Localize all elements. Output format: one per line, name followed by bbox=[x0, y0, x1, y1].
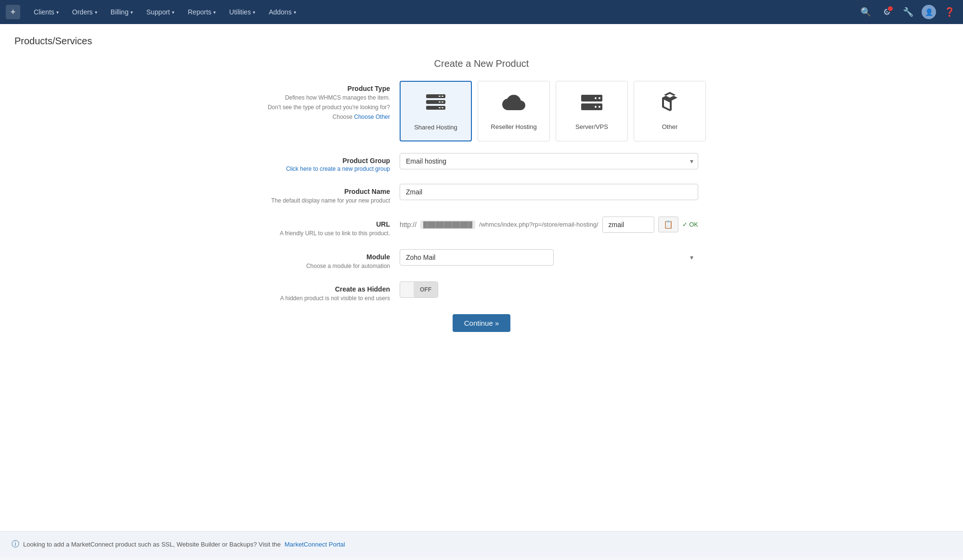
svg-rect-2 bbox=[439, 96, 441, 97]
nav-item-reports[interactable]: Reports▾ bbox=[182, 5, 221, 19]
module-select-arrow: ▾ bbox=[690, 254, 693, 261]
toggle-thumb: OFF bbox=[414, 282, 438, 297]
product-group-label-col: Product Group Click here to create a new… bbox=[265, 153, 400, 172]
shared-hosting-icon bbox=[408, 91, 463, 119]
url-middle: /whmcs/index.php?rp=/store/email-hosting… bbox=[479, 221, 598, 228]
create-hidden-label-col: Create as Hidden A hidden product is not… bbox=[265, 281, 400, 303]
product-type-shared[interactable]: Shared Hosting bbox=[400, 81, 472, 141]
nav-right: 🔍 ⚙ 🔧 👤 ❓ bbox=[858, 4, 957, 20]
create-hidden-toggle[interactable]: OFF bbox=[400, 281, 438, 298]
info-icon: ⓘ bbox=[12, 539, 19, 549]
avatar[interactable]: 👤 bbox=[922, 5, 936, 19]
toggle-wrapper: OFF bbox=[400, 281, 698, 298]
url-label: URL bbox=[265, 220, 390, 228]
server-vps-label: Server/VPS bbox=[564, 123, 620, 130]
product-type-sub2: Don't see the type of product you're loo… bbox=[265, 103, 390, 112]
svg-rect-4 bbox=[442, 102, 443, 102]
product-type-row: Product Type Defines how WHMCS manages t… bbox=[265, 81, 698, 141]
reseller-hosting-label: Reseller Hosting bbox=[486, 123, 542, 130]
url-status: ✓ OK bbox=[682, 221, 698, 228]
add-button[interactable]: + bbox=[6, 5, 20, 19]
product-name-sub: The default display name for your new pr… bbox=[265, 197, 390, 205]
product-group-select[interactable]: Email hosting Web Hosting Reseller Hosti… bbox=[400, 153, 698, 169]
product-name-label: Product Name bbox=[265, 188, 390, 195]
module-select[interactable]: Zoho Mail None cPanel Plesk DirectAdmin bbox=[400, 249, 554, 266]
svg-rect-1 bbox=[442, 96, 443, 97]
product-group-select-wrapper: Email hosting Web Hosting Reseller Hosti… bbox=[400, 153, 698, 169]
server-vps-icon bbox=[564, 91, 620, 118]
product-group-control: Email hosting Web Hosting Reseller Hosti… bbox=[400, 153, 698, 169]
continue-row: Continue » bbox=[265, 314, 698, 332]
product-name-input[interactable]: Zmail bbox=[400, 184, 698, 200]
nav-item-support[interactable]: Support▾ bbox=[141, 5, 180, 19]
svg-rect-5 bbox=[439, 102, 441, 102]
product-type-server[interactable]: Server/VPS bbox=[556, 81, 628, 141]
svg-rect-14 bbox=[595, 106, 597, 108]
create-product-group-link[interactable]: Click here to create a new product group bbox=[286, 165, 390, 172]
nav-item-addons[interactable]: Addons▾ bbox=[263, 5, 301, 19]
url-slug-input[interactable]: zmail bbox=[602, 216, 654, 233]
nav-items: Clients▾ Orders▾ Billing▾ Support▾ Repor… bbox=[28, 5, 858, 19]
product-type-cards: Shared Hosting Reseller Hosting bbox=[400, 81, 706, 141]
product-type-other-link[interactable]: Choose Other bbox=[354, 114, 390, 120]
product-name-label-col: Product Name The default display name fo… bbox=[265, 184, 400, 205]
svg-rect-8 bbox=[439, 107, 441, 108]
nav-item-clients[interactable]: Clients▾ bbox=[28, 5, 65, 19]
page-content: Products/Services Create a New Product P… bbox=[0, 24, 963, 531]
url-row: URL A friendly URL to use to link to thi… bbox=[265, 216, 698, 238]
product-type-other[interactable]: Other bbox=[634, 81, 706, 141]
url-domain: ████████████ bbox=[420, 220, 475, 229]
nav-item-orders[interactable]: Orders▾ bbox=[66, 5, 103, 19]
shared-hosting-label: Shared Hosting bbox=[408, 124, 463, 131]
footer-text: Looking to add a MarketConnect product s… bbox=[23, 541, 281, 548]
module-row: Module Choose a module for automation Zo… bbox=[265, 249, 698, 270]
module-sub: Choose a module for automation bbox=[265, 262, 390, 270]
svg-rect-13 bbox=[595, 97, 597, 99]
reseller-hosting-icon bbox=[486, 91, 542, 118]
create-hidden-row: Create as Hidden A hidden product is not… bbox=[265, 281, 698, 303]
other-icon bbox=[642, 91, 698, 118]
page-title: Products/Services bbox=[14, 36, 949, 47]
navbar: + Clients▾ Orders▾ Billing▾ Support▾ Rep… bbox=[0, 0, 963, 24]
svg-rect-7 bbox=[442, 107, 443, 108]
notifications-icon[interactable]: ⚙ bbox=[879, 4, 895, 20]
product-type-label: Product Type bbox=[265, 85, 390, 92]
product-type-reseller[interactable]: Reseller Hosting bbox=[478, 81, 550, 141]
footer-bar: ⓘ Looking to add a MarketConnect product… bbox=[0, 531, 963, 557]
form-header: Create a New Product bbox=[265, 58, 698, 69]
svg-rect-12 bbox=[599, 106, 600, 108]
url-control: http:// ████████████ /whmcs/index.php?rp… bbox=[400, 216, 698, 233]
module-label: Module bbox=[265, 253, 390, 261]
url-copy-button[interactable]: 📋 bbox=[658, 216, 678, 232]
product-name-row: Product Name The default display name fo… bbox=[265, 184, 698, 205]
create-hidden-control: OFF bbox=[400, 281, 698, 298]
marketconnect-portal-link[interactable]: MarketConnect Portal bbox=[285, 541, 345, 548]
module-control: Zoho Mail None cPanel Plesk DirectAdmin … bbox=[400, 249, 698, 266]
wrench-icon[interactable]: 🔧 bbox=[900, 4, 916, 20]
create-hidden-label: Create as Hidden bbox=[265, 285, 390, 293]
product-name-control: Zmail bbox=[400, 184, 698, 200]
module-select-wrapper: Zoho Mail None cPanel Plesk DirectAdmin … bbox=[400, 249, 698, 266]
product-type-cards-col: Shared Hosting Reseller Hosting bbox=[400, 81, 706, 141]
create-hidden-sub: A hidden product is not visible to end u… bbox=[265, 294, 390, 303]
form-container: Create a New Product Product Type Define… bbox=[265, 58, 698, 332]
product-group-row: Product Group Click here to create a new… bbox=[265, 153, 698, 172]
svg-rect-10 bbox=[599, 97, 600, 99]
product-type-sub1: Defines how WHMCS manages the item. bbox=[265, 94, 390, 102]
nav-item-billing[interactable]: Billing▾ bbox=[105, 5, 139, 19]
url-prefix: http:// bbox=[400, 221, 416, 229]
product-group-label: Product Group bbox=[265, 157, 390, 165]
search-icon[interactable]: 🔍 bbox=[858, 4, 873, 20]
other-label: Other bbox=[642, 123, 698, 130]
url-sub: A friendly URL to use to link to this pr… bbox=[265, 229, 390, 238]
product-type-label-col: Product Type Defines how WHMCS manages t… bbox=[265, 81, 400, 121]
url-input-row: http:// ████████████ /whmcs/index.php?rp… bbox=[400, 216, 698, 233]
module-label-col: Module Choose a module for automation bbox=[265, 249, 400, 270]
help-icon[interactable]: ❓ bbox=[942, 4, 957, 20]
continue-button[interactable]: Continue » bbox=[453, 314, 511, 332]
url-label-col: URL A friendly URL to use to link to thi… bbox=[265, 216, 400, 238]
product-type-sub3: Choose Choose Other bbox=[265, 113, 390, 121]
nav-item-utilities[interactable]: Utilities▾ bbox=[223, 5, 261, 19]
